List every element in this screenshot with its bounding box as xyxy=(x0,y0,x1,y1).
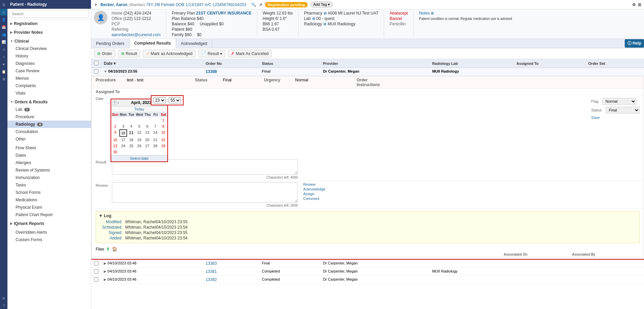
row-checkbox[interactable] xyxy=(94,277,98,282)
cal-day-18[interactable]: 18 xyxy=(127,137,135,143)
tab-completed-results[interactable]: Completed Results xyxy=(129,39,176,48)
notes-add-icon[interactable]: ⊕ xyxy=(431,11,434,16)
sidebar-item-custom-forms[interactable]: Custom Forms xyxy=(7,236,91,243)
row-checkbox[interactable] xyxy=(94,261,98,265)
sidebar-item-clinical-overview[interactable]: Clinical Overview xyxy=(7,45,91,52)
tab-acknowledged[interactable]: Acknowledged xyxy=(176,39,212,48)
provider-header[interactable]: Provider xyxy=(320,59,429,68)
order-set-header[interactable]: Order Set xyxy=(586,59,644,68)
cal-select-date-button[interactable]: Select date xyxy=(111,155,167,161)
radiology-lab-header[interactable]: Radiology Lab xyxy=(429,59,514,68)
sidebar-item-physical-exam[interactable]: Physical Exam xyxy=(7,204,91,211)
cal-day-29[interactable]: 29 xyxy=(159,143,167,149)
cal-day-2[interactable]: 2 xyxy=(111,123,119,129)
activity-icon[interactable]: ♥ xyxy=(0,61,7,68)
files-upload-icon[interactable]: ⬆ xyxy=(106,247,110,252)
status-header[interactable]: Status xyxy=(259,59,320,68)
gear-icon[interactable]: ⚙ xyxy=(0,76,7,82)
menu-icon[interactable]: ☰ xyxy=(0,1,7,8)
cal-day-16[interactable]: 16 xyxy=(111,137,119,143)
assign-link[interactable]: Assign xyxy=(303,192,325,196)
cal-day-7[interactable]: 7 xyxy=(151,123,160,129)
result-button[interactable]: ⊕ Result xyxy=(118,50,140,57)
sidebar-item-review-of-systems[interactable]: Review of Systems xyxy=(7,166,91,174)
sidebar-item-complaints[interactable]: Complaints xyxy=(7,82,91,89)
order-button[interactable]: ⊕ Order xyxy=(94,50,115,57)
files-add-icon[interactable]: 🏠 xyxy=(112,247,117,252)
sidebar-item-other[interactable]: Other xyxy=(7,135,91,143)
sidebar-item-overridden-alerts[interactable]: Overridden Alerts xyxy=(7,229,91,236)
sidebar-item-flow-sheet[interactable]: Flow Sheet xyxy=(7,144,91,152)
row-checkbox[interactable] xyxy=(94,69,98,74)
sidebar-item-memos[interactable]: Memos xyxy=(7,75,91,82)
expand-icon[interactable]: ▶ xyxy=(104,278,106,281)
search-input[interactable] xyxy=(9,10,89,18)
sidebar-item-case-review[interactable]: Case Review xyxy=(7,67,91,75)
sidebar-item-patient-chart-report[interactable]: Patient Chart Report xyxy=(7,211,91,218)
hour-select[interactable]: 23 000102 030405 060708 091011 121314 15… xyxy=(153,97,166,103)
sidebar-item-tasks[interactable]: Tasks xyxy=(7,181,91,189)
settings-icon[interactable]: ⚙ xyxy=(632,2,636,7)
maximize-icon[interactable]: ⊞ xyxy=(638,2,641,7)
question-icon[interactable]: ? xyxy=(0,302,7,309)
breadcrumb-arrow[interactable]: ▼ xyxy=(94,3,98,7)
cal-day-25[interactable]: 25 xyxy=(127,143,135,149)
expand-icon[interactable]: ▶ xyxy=(104,261,106,265)
person-search-icon[interactable]: 🔍 xyxy=(251,2,256,7)
sidebar-item-clinical[interactable]: ▼ Clinical xyxy=(7,37,91,45)
cal-day-23[interactable]: 23 xyxy=(111,143,119,149)
allergy3[interactable]: Penicillin xyxy=(389,22,408,26)
chart-icon[interactable]: 📊 xyxy=(0,38,7,45)
sidebar-item-iqmark[interactable]: ▶ IQmark Reports xyxy=(7,220,91,227)
calendar-icon[interactable]: 📅 xyxy=(0,24,7,30)
minute-select[interactable]: 55 000510 152025 303540 4550 xyxy=(169,97,181,103)
cal-day-14[interactable]: 14 xyxy=(151,129,160,137)
home-icon[interactable]: ⌂ xyxy=(0,9,7,16)
cal-day-17[interactable]: 17 xyxy=(119,137,127,143)
users-icon[interactable]: 👥 xyxy=(0,31,7,38)
order-link[interactable]: 13382 xyxy=(206,277,217,282)
mark-canceled-button[interactable]: ✗ Mark As Canceled xyxy=(228,50,271,57)
assigned-to-header[interactable]: Assigned To xyxy=(514,59,586,68)
pharmacy-add-icon[interactable]: ⊕ xyxy=(324,11,327,16)
cal-day-27[interactable]: 27 xyxy=(143,143,151,149)
cal-day-12[interactable]: 12 xyxy=(135,129,143,137)
tab-pending-orders[interactable]: Pending Orders xyxy=(91,39,129,48)
acknowledge-link[interactable]: Acknowledge xyxy=(303,187,325,191)
sidebar-item-radiology[interactable]: Radiology 4 xyxy=(7,121,91,128)
order-link[interactable]: 13388 xyxy=(206,69,217,74)
email-link[interactable]: aaronbecker@curemd.com xyxy=(112,32,161,37)
cal-day-20[interactable]: 20 xyxy=(143,137,151,143)
share-icon[interactable]: ⇗ xyxy=(259,2,262,7)
sidebar-item-allergies[interactable]: Allergies xyxy=(7,159,91,166)
stethoscope-icon[interactable]: ⚕ xyxy=(0,53,7,60)
review-link[interactable]: Review xyxy=(303,182,325,186)
status-select[interactable]: Final Pending Completed xyxy=(606,107,640,113)
cal-day-9[interactable]: 9 xyxy=(111,129,119,137)
row-checkbox[interactable] xyxy=(94,269,98,274)
radiology-add-icon[interactable]: ⊕ xyxy=(323,22,327,26)
sidebar-item-dates[interactable]: Dates xyxy=(7,152,91,159)
cal-today-button[interactable]: Today xyxy=(111,106,167,112)
cal-day-30[interactable]: 30 xyxy=(111,149,119,155)
result-dropdown-button[interactable]: 📄 Result ▾ xyxy=(198,50,225,57)
cal-day-26[interactable]: 26 xyxy=(135,143,143,149)
add-tag-button[interactable]: Add Tag ▾ xyxy=(310,1,333,8)
allergy1[interactable]: Abatacept xyxy=(389,11,408,16)
order-link[interactable]: 13381 xyxy=(206,269,217,274)
cal-day-22[interactable]: 22 xyxy=(159,137,167,143)
cal-day-8[interactable]: 8 xyxy=(159,123,167,129)
cal-day-6[interactable]: 6 xyxy=(143,123,151,129)
expand-icon[interactable]: ▶ xyxy=(104,269,106,273)
sidebar-item-immunization[interactable]: Immunization xyxy=(7,174,91,181)
sidebar-item-history[interactable]: History xyxy=(7,52,91,60)
lab-add-icon[interactable]: ⊕ xyxy=(312,16,315,21)
date-sort-header[interactable]: Date ▾ xyxy=(101,59,203,68)
comment-link[interactable]: Comment xyxy=(303,197,325,201)
mail-icon[interactable]: ✉ xyxy=(0,295,7,302)
sidebar-item-lab[interactable]: Lab 6 xyxy=(7,106,91,113)
sidebar-item-medications[interactable]: Medications xyxy=(7,196,91,204)
cal-day-28[interactable]: 28 xyxy=(151,143,160,149)
person-icon[interactable]: 👤 xyxy=(0,16,7,23)
expand-icon[interactable]: ▼ xyxy=(104,70,107,73)
